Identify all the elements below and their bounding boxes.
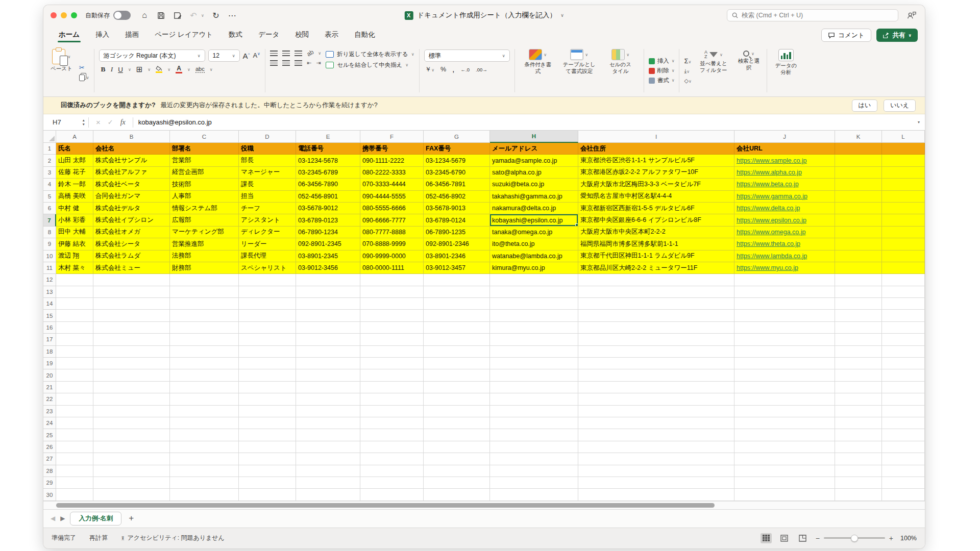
cell-J10[interactable]: https://www.lambda.co.jp: [734, 251, 835, 262]
cell-D19[interactable]: [239, 358, 296, 369]
ribbon-tab-描画[interactable]: 描画: [124, 26, 140, 44]
cell-E25[interactable]: [296, 429, 360, 441]
row-header-24[interactable]: 24: [43, 417, 56, 429]
cell-G24[interactable]: [424, 417, 490, 429]
cell-I17[interactable]: [578, 334, 734, 345]
cell-K13[interactable]: [835, 286, 882, 298]
cell-L30[interactable]: [882, 489, 925, 500]
cell-C25[interactable]: [170, 429, 239, 441]
cell-E19[interactable]: [296, 358, 360, 369]
cell-H11[interactable]: kimura@myu.co.jp: [490, 262, 578, 274]
cell-B7[interactable]: 株式会社イプシロン: [93, 214, 170, 226]
cell-K16[interactable]: [835, 322, 882, 334]
add-sheet-button[interactable]: +: [129, 513, 134, 523]
format-as-table-button[interactable]: ∨ テーブルとして書式設定: [561, 47, 598, 94]
cell-C7[interactable]: 広報部: [170, 214, 239, 226]
cell-C29[interactable]: [170, 477, 239, 489]
cell-B3[interactable]: 株式会社アルファ: [93, 167, 170, 179]
cell-H16[interactable]: [490, 322, 578, 334]
number-format-select[interactable]: 標準∨: [424, 49, 510, 62]
cell-G10[interactable]: 03-8901-2346: [424, 251, 490, 262]
row-header-16[interactable]: 16: [43, 322, 56, 334]
cell-J2[interactable]: https://www.sample.co.jp: [734, 155, 835, 166]
cell-K28[interactable]: [835, 465, 882, 477]
increase-indent-button[interactable]: ⇥: [316, 60, 321, 66]
cell-A29[interactable]: [56, 477, 93, 489]
row-header-5[interactable]: 5: [43, 191, 56, 203]
cell-H27[interactable]: [490, 453, 578, 465]
autosave-toggle[interactable]: [113, 11, 131, 20]
cell-L20[interactable]: [882, 369, 925, 381]
cell-C5[interactable]: 人事部: [170, 191, 239, 203]
cell-F12[interactable]: [360, 274, 424, 286]
cell-D20[interactable]: [239, 369, 296, 381]
cell-I13[interactable]: [578, 286, 734, 298]
search-input[interactable]: 検索 (Cmd + Ctrl + U): [727, 9, 898, 21]
row-header-10[interactable]: 10: [43, 251, 56, 262]
cell-H29[interactable]: [490, 477, 578, 489]
cell-G6[interactable]: 03-5678-9013: [424, 203, 490, 214]
cell-G5[interactable]: 052-456-8902: [424, 191, 490, 203]
cell-A3[interactable]: 佐藤 花子: [56, 167, 93, 179]
find-select-button[interactable]: ∨ 検索と選択: [736, 47, 762, 94]
cell-K2[interactable]: [835, 155, 882, 166]
cell-F19[interactable]: [360, 358, 424, 369]
decrease-indent-button[interactable]: ⇤: [307, 60, 311, 66]
strikethrough-button[interactable]: abc: [195, 66, 205, 73]
cell-C24[interactable]: [170, 417, 239, 429]
cell-J20[interactable]: [734, 369, 835, 381]
normal-view-button[interactable]: [761, 533, 772, 543]
cell-B4[interactable]: 株式会社ベータ: [93, 179, 170, 190]
cell-E3[interactable]: 03-2345-6789: [296, 167, 360, 179]
row-header-22[interactable]: 22: [43, 393, 56, 405]
cell-D23[interactable]: [239, 406, 296, 417]
cell-G29[interactable]: [424, 477, 490, 489]
cell-G12[interactable]: [424, 274, 490, 286]
ribbon-tab-校閲[interactable]: 校閲: [294, 26, 310, 44]
cell-I7[interactable]: 東京都中央区銀座6-6-6 イプシロンビル8F: [578, 214, 734, 226]
column-header-J[interactable]: J: [734, 131, 835, 143]
cell-B29[interactable]: [93, 477, 170, 489]
minimize-window-button[interactable]: [61, 12, 67, 18]
increase-decimal-button[interactable]: ←.0: [461, 67, 470, 72]
zoom-level[interactable]: 100%: [900, 535, 917, 542]
cell-J5[interactable]: https://www.gamma.co.jp: [734, 191, 835, 203]
row-header-30[interactable]: 30: [43, 489, 56, 500]
row-header-29[interactable]: 29: [43, 477, 56, 489]
formula-input[interactable]: kobayashi@epsilon.co.jp: [133, 118, 212, 126]
cell-C19[interactable]: [170, 358, 239, 369]
cell-D11[interactable]: スペシャリスト: [239, 262, 296, 274]
cell-B18[interactable]: [93, 346, 170, 358]
cell-G11[interactable]: 03-9012-3457: [424, 262, 490, 274]
cell-K22[interactable]: [835, 393, 882, 405]
cell-A7[interactable]: 小林 彩香: [56, 214, 93, 226]
cell-J14[interactable]: [734, 298, 835, 310]
cell-F5[interactable]: 090-4444-5555: [360, 191, 424, 203]
row-header-13[interactable]: 13: [43, 286, 56, 298]
cell-A2[interactable]: 山田 太郎: [56, 155, 93, 166]
cell-E10[interactable]: 03-8901-2345: [296, 251, 360, 262]
cell-G19[interactable]: [424, 358, 490, 369]
row-header-19[interactable]: 19: [43, 358, 56, 369]
cell-A22[interactable]: [56, 393, 93, 405]
cell-L19[interactable]: [882, 358, 925, 369]
cell-K6[interactable]: [835, 203, 882, 214]
notification-no-button[interactable]: いいえ: [884, 99, 916, 112]
column-header-A[interactable]: A: [56, 131, 93, 143]
cell-C4[interactable]: 技術部: [170, 179, 239, 190]
paste-button[interactable]: ∨ ペースト: [51, 47, 72, 94]
cell-D24[interactable]: [239, 417, 296, 429]
row-header-27[interactable]: 27: [43, 453, 56, 465]
cell-C13[interactable]: [170, 286, 239, 298]
cell-A12[interactable]: [56, 274, 93, 286]
cell-I11[interactable]: 東京都品川区大崎2-2-2 ミュータワー11F: [578, 262, 734, 274]
cell-I19[interactable]: [578, 358, 734, 369]
cell-E13[interactable]: [296, 286, 360, 298]
cell-K4[interactable]: [835, 179, 882, 190]
confirm-entry-icon[interactable]: ✓: [108, 118, 113, 126]
cell-A6[interactable]: 中村 健: [56, 203, 93, 214]
zoom-slider-thumb[interactable]: [851, 535, 858, 542]
cell-J17[interactable]: [734, 334, 835, 345]
currency-format-button[interactable]: ￥∨: [425, 65, 434, 74]
cell-J21[interactable]: [734, 382, 835, 393]
